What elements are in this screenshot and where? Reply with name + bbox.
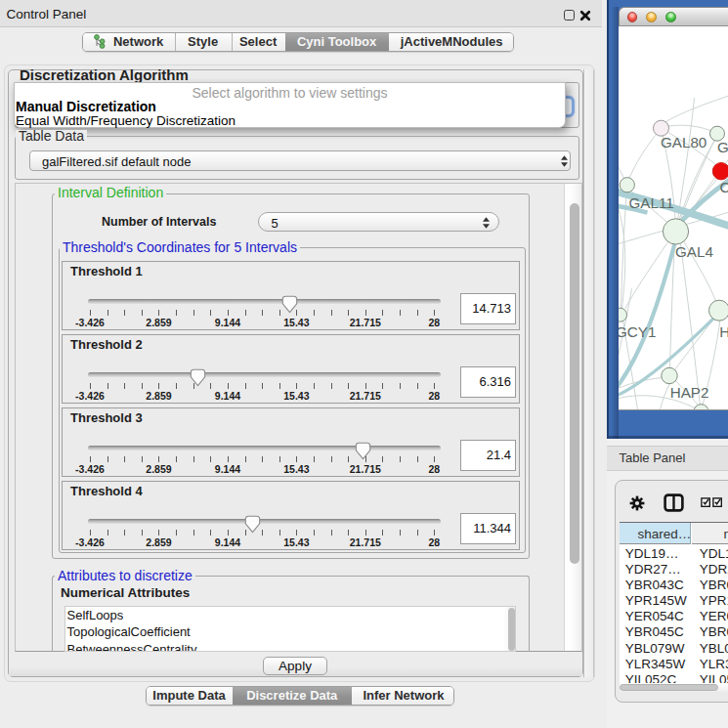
svg-text:GAL11: GAL11	[628, 194, 673, 211]
svg-text:GAL…: GAL…	[716, 139, 728, 155]
svg-text:HAP2: HAP2	[669, 384, 708, 401]
svg-text:GAL4: GAL4	[674, 243, 712, 260]
svg-text:GAL80: GAL80	[661, 134, 707, 150]
svg-text:GCY1: GCY1	[619, 323, 656, 340]
svg-text:C: C	[719, 178, 728, 194]
svg-text:H: H	[719, 322, 728, 339]
